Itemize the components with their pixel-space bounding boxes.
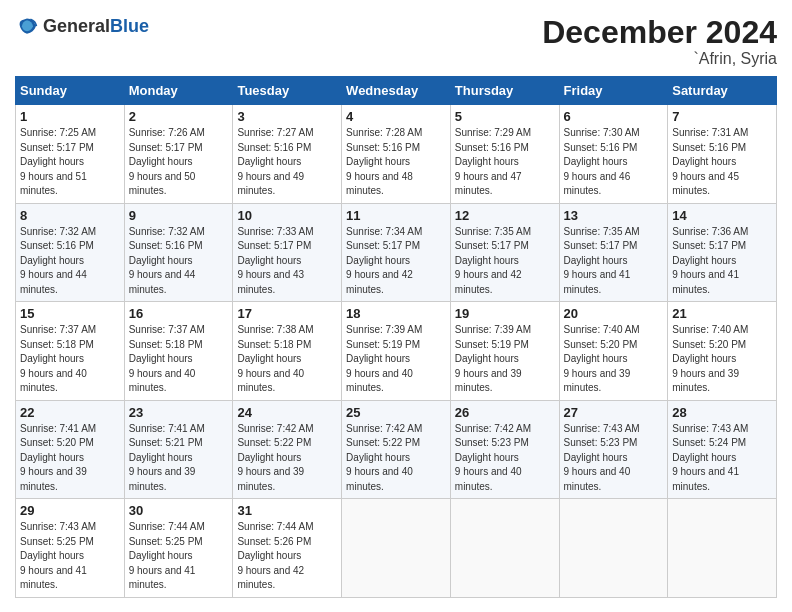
day-cell-22: 22 Sunrise: 7:41 AMSunset: 5:20 PMDaylig… [16,400,125,499]
day-cell-18: 18 Sunrise: 7:39 AMSunset: 5:19 PMDaylig… [342,302,451,401]
weekday-header-friday: Friday [559,77,668,105]
day-number: 20 [564,306,664,321]
day-number: 8 [20,208,120,223]
day-number: 26 [455,405,555,420]
day-cell-1: 1 Sunrise: 7:25 AMSunset: 5:17 PMDayligh… [16,105,125,204]
day-cell-7: 7 Sunrise: 7:31 AMSunset: 5:16 PMDayligh… [668,105,777,204]
day-info: Sunrise: 7:31 AMSunset: 5:16 PMDaylight … [672,127,748,196]
day-number: 30 [129,503,229,518]
day-info: Sunrise: 7:40 AMSunset: 5:20 PMDaylight … [564,324,640,393]
day-cell-17: 17 Sunrise: 7:38 AMSunset: 5:18 PMDaylig… [233,302,342,401]
day-cell-13: 13 Sunrise: 7:35 AMSunset: 5:17 PMDaylig… [559,203,668,302]
day-info: Sunrise: 7:35 AMSunset: 5:17 PMDaylight … [455,226,531,295]
calendar-week-2: 8 Sunrise: 7:32 AMSunset: 5:16 PMDayligh… [16,203,777,302]
logo: GeneralBlue [15,15,149,39]
day-number: 14 [672,208,772,223]
day-number: 21 [672,306,772,321]
day-cell-19: 19 Sunrise: 7:39 AMSunset: 5:19 PMDaylig… [450,302,559,401]
day-info: Sunrise: 7:42 AMSunset: 5:22 PMDaylight … [237,423,313,492]
day-cell-27: 27 Sunrise: 7:43 AMSunset: 5:23 PMDaylig… [559,400,668,499]
day-info: Sunrise: 7:28 AMSunset: 5:16 PMDaylight … [346,127,422,196]
day-info: Sunrise: 7:39 AMSunset: 5:19 PMDaylight … [346,324,422,393]
day-info: Sunrise: 7:44 AMSunset: 5:25 PMDaylight … [129,521,205,590]
day-number: 10 [237,208,337,223]
day-info: Sunrise: 7:27 AMSunset: 5:16 PMDaylight … [237,127,313,196]
day-cell-21: 21 Sunrise: 7:40 AMSunset: 5:20 PMDaylig… [668,302,777,401]
day-cell-16: 16 Sunrise: 7:37 AMSunset: 5:18 PMDaylig… [124,302,233,401]
day-info: Sunrise: 7:29 AMSunset: 5:16 PMDaylight … [455,127,531,196]
weekday-header-thursday: Thursday [450,77,559,105]
day-number: 9 [129,208,229,223]
title-block: December 2024 `Afrin, Syria [542,15,777,68]
day-cell-8: 8 Sunrise: 7:32 AMSunset: 5:16 PMDayligh… [16,203,125,302]
day-number: 7 [672,109,772,124]
day-cell-12: 12 Sunrise: 7:35 AMSunset: 5:17 PMDaylig… [450,203,559,302]
empty-cell [450,499,559,598]
day-cell-15: 15 Sunrise: 7:37 AMSunset: 5:18 PMDaylig… [16,302,125,401]
day-number: 17 [237,306,337,321]
weekday-header-saturday: Saturday [668,77,777,105]
day-number: 11 [346,208,446,223]
day-cell-23: 23 Sunrise: 7:41 AMSunset: 5:21 PMDaylig… [124,400,233,499]
day-cell-4: 4 Sunrise: 7:28 AMSunset: 5:16 PMDayligh… [342,105,451,204]
day-cell-25: 25 Sunrise: 7:42 AMSunset: 5:22 PMDaylig… [342,400,451,499]
calendar-page: GeneralBlue December 2024 `Afrin, Syria … [0,0,792,612]
day-cell-10: 10 Sunrise: 7:33 AMSunset: 5:17 PMDaylig… [233,203,342,302]
day-number: 12 [455,208,555,223]
day-info: Sunrise: 7:34 AMSunset: 5:17 PMDaylight … [346,226,422,295]
day-number: 22 [20,405,120,420]
day-info: Sunrise: 7:41 AMSunset: 5:21 PMDaylight … [129,423,205,492]
calendar-week-4: 22 Sunrise: 7:41 AMSunset: 5:20 PMDaylig… [16,400,777,499]
day-info: Sunrise: 7:30 AMSunset: 5:16 PMDaylight … [564,127,640,196]
logo-icon [15,15,39,39]
day-info: Sunrise: 7:38 AMSunset: 5:18 PMDaylight … [237,324,313,393]
day-info: Sunrise: 7:26 AMSunset: 5:17 PMDaylight … [129,127,205,196]
calendar-week-5: 29 Sunrise: 7:43 AMSunset: 5:25 PMDaylig… [16,499,777,598]
day-cell-29: 29 Sunrise: 7:43 AMSunset: 5:25 PMDaylig… [16,499,125,598]
location: `Afrin, Syria [542,50,777,68]
day-number: 5 [455,109,555,124]
day-cell-5: 5 Sunrise: 7:29 AMSunset: 5:16 PMDayligh… [450,105,559,204]
day-cell-6: 6 Sunrise: 7:30 AMSunset: 5:16 PMDayligh… [559,105,668,204]
weekday-header-tuesday: Tuesday [233,77,342,105]
day-info: Sunrise: 7:33 AMSunset: 5:17 PMDaylight … [237,226,313,295]
weekday-header-wednesday: Wednesday [342,77,451,105]
day-number: 23 [129,405,229,420]
calendar-week-1: 1 Sunrise: 7:25 AMSunset: 5:17 PMDayligh… [16,105,777,204]
month-title: December 2024 [542,15,777,50]
day-info: Sunrise: 7:43 AMSunset: 5:25 PMDaylight … [20,521,96,590]
day-info: Sunrise: 7:44 AMSunset: 5:26 PMDaylight … [237,521,313,590]
logo-text: GeneralBlue [43,17,149,37]
empty-cell [559,499,668,598]
day-info: Sunrise: 7:32 AMSunset: 5:16 PMDaylight … [20,226,96,295]
empty-cell [342,499,451,598]
day-info: Sunrise: 7:37 AMSunset: 5:18 PMDaylight … [129,324,205,393]
day-cell-31: 31 Sunrise: 7:44 AMSunset: 5:26 PMDaylig… [233,499,342,598]
day-info: Sunrise: 7:37 AMSunset: 5:18 PMDaylight … [20,324,96,393]
day-cell-2: 2 Sunrise: 7:26 AMSunset: 5:17 PMDayligh… [124,105,233,204]
day-info: Sunrise: 7:25 AMSunset: 5:17 PMDaylight … [20,127,96,196]
empty-cell [668,499,777,598]
day-info: Sunrise: 7:35 AMSunset: 5:17 PMDaylight … [564,226,640,295]
day-number: 25 [346,405,446,420]
day-number: 3 [237,109,337,124]
day-info: Sunrise: 7:42 AMSunset: 5:23 PMDaylight … [455,423,531,492]
calendar-header-row: SundayMondayTuesdayWednesdayThursdayFrid… [16,77,777,105]
day-cell-11: 11 Sunrise: 7:34 AMSunset: 5:17 PMDaylig… [342,203,451,302]
day-cell-9: 9 Sunrise: 7:32 AMSunset: 5:16 PMDayligh… [124,203,233,302]
day-cell-26: 26 Sunrise: 7:42 AMSunset: 5:23 PMDaylig… [450,400,559,499]
day-number: 24 [237,405,337,420]
day-number: 18 [346,306,446,321]
day-number: 1 [20,109,120,124]
weekday-header-monday: Monday [124,77,233,105]
day-info: Sunrise: 7:36 AMSunset: 5:17 PMDaylight … [672,226,748,295]
header: GeneralBlue December 2024 `Afrin, Syria [15,15,777,68]
day-cell-14: 14 Sunrise: 7:36 AMSunset: 5:17 PMDaylig… [668,203,777,302]
day-cell-28: 28 Sunrise: 7:43 AMSunset: 5:24 PMDaylig… [668,400,777,499]
day-info: Sunrise: 7:42 AMSunset: 5:22 PMDaylight … [346,423,422,492]
day-info: Sunrise: 7:43 AMSunset: 5:23 PMDaylight … [564,423,640,492]
day-number: 16 [129,306,229,321]
day-number: 28 [672,405,772,420]
day-info: Sunrise: 7:41 AMSunset: 5:20 PMDaylight … [20,423,96,492]
day-number: 6 [564,109,664,124]
